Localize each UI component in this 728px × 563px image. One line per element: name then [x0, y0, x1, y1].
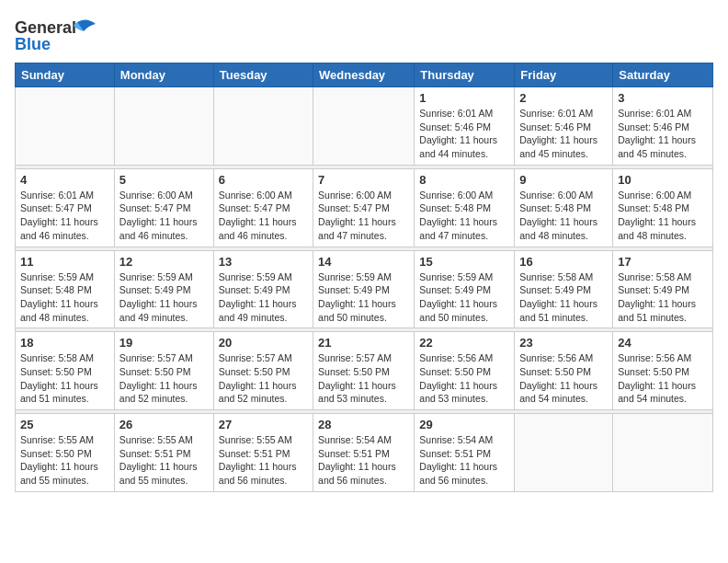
day-number: 9	[519, 173, 608, 187]
day-number: 28	[318, 418, 409, 431]
calendar-cell: 15Sunrise: 5:59 AMSunset: 5:49 PMDayligh…	[415, 250, 515, 328]
day-number: 6	[219, 173, 308, 187]
calendar-cell: 5Sunrise: 6:00 AMSunset: 5:47 PMDaylight…	[114, 168, 213, 247]
calendar-cell: 25Sunrise: 5:55 AMSunset: 5:50 PMDayligh…	[16, 414, 115, 492]
calendar-cell: 10Sunrise: 6:00 AMSunset: 5:48 PMDayligh…	[613, 168, 713, 247]
calendar-cell: 19Sunrise: 5:57 AMSunset: 5:50 PMDayligh…	[114, 332, 213, 410]
week-row-3: 11Sunrise: 5:59 AMSunset: 5:48 PMDayligh…	[16, 250, 713, 328]
calendar-cell: 8Sunrise: 6:00 AMSunset: 5:48 PMDaylight…	[415, 168, 515, 247]
day-info: Sunrise: 5:55 AMSunset: 5:50 PMDaylight:…	[20, 433, 109, 488]
day-info: Sunrise: 6:01 AMSunset: 5:46 PMDaylight:…	[519, 107, 608, 161]
day-info: Sunrise: 6:00 AMSunset: 5:47 PMDaylight:…	[119, 189, 209, 243]
day-info: Sunrise: 6:00 AMSunset: 5:47 PMDaylight:…	[318, 189, 409, 243]
day-info: Sunrise: 5:54 AMSunset: 5:51 PMDaylight:…	[318, 433, 409, 488]
day-info: Sunrise: 5:55 AMSunset: 5:51 PMDaylight:…	[219, 433, 308, 488]
calendar-cell: 6Sunrise: 6:00 AMSunset: 5:47 PMDaylight…	[213, 168, 313, 247]
calendar-cell: 1Sunrise: 6:01 AMSunset: 5:46 PMDaylight…	[415, 87, 515, 166]
column-header-monday: Monday	[114, 63, 213, 87]
day-info: Sunrise: 5:55 AMSunset: 5:51 PMDaylight:…	[119, 433, 209, 488]
day-number: 1	[419, 91, 509, 105]
day-info: Sunrise: 6:00 AMSunset: 5:48 PMDaylight:…	[419, 189, 509, 243]
calendar-cell: 22Sunrise: 5:56 AMSunset: 5:50 PMDayligh…	[415, 332, 515, 410]
day-info: Sunrise: 5:57 AMSunset: 5:50 PMDaylight:…	[318, 351, 409, 406]
calendar-cell: 2Sunrise: 6:01 AMSunset: 5:46 PMDaylight…	[515, 87, 613, 166]
calendar-cell: 24Sunrise: 5:56 AMSunset: 5:50 PMDayligh…	[613, 332, 713, 410]
day-number: 3	[618, 91, 708, 105]
calendar-cell: 18Sunrise: 5:58 AMSunset: 5:50 PMDayligh…	[16, 332, 115, 410]
calendar-table: SundayMondayTuesdayWednesdayThursdayFrid…	[15, 63, 713, 492]
day-number: 19	[119, 336, 209, 350]
day-number: 21	[318, 336, 409, 350]
week-row-5: 25Sunrise: 5:55 AMSunset: 5:50 PMDayligh…	[16, 414, 713, 492]
column-header-tuesday: Tuesday	[213, 63, 313, 87]
week-row-1: 1Sunrise: 6:01 AMSunset: 5:46 PMDaylight…	[16, 87, 713, 166]
week-row-4: 18Sunrise: 5:58 AMSunset: 5:50 PMDayligh…	[16, 332, 713, 410]
day-info: Sunrise: 5:56 AMSunset: 5:50 PMDaylight:…	[519, 351, 608, 406]
day-info: Sunrise: 5:58 AMSunset: 5:49 PMDaylight:…	[519, 270, 608, 325]
calendar-cell	[16, 87, 115, 166]
day-number: 7	[318, 173, 409, 187]
day-info: Sunrise: 5:58 AMSunset: 5:50 PMDaylight:…	[20, 351, 109, 406]
column-header-thursday: Thursday	[415, 63, 515, 87]
calendar-cell: 7Sunrise: 6:00 AMSunset: 5:47 PMDaylight…	[313, 168, 415, 247]
calendar-cell: 23Sunrise: 5:56 AMSunset: 5:50 PMDayligh…	[515, 332, 613, 410]
day-number: 5	[119, 173, 209, 187]
day-number: 23	[519, 336, 608, 350]
day-number: 4	[20, 173, 109, 187]
day-number: 24	[618, 336, 708, 350]
calendar-cell: 28Sunrise: 5:54 AMSunset: 5:51 PMDayligh…	[313, 414, 415, 492]
calendar-cell	[515, 414, 613, 492]
day-number: 25	[20, 418, 109, 431]
day-info: Sunrise: 5:58 AMSunset: 5:49 PMDaylight:…	[618, 270, 708, 325]
day-info: Sunrise: 6:00 AMSunset: 5:47 PMDaylight:…	[219, 189, 308, 243]
day-number: 12	[119, 255, 209, 269]
calendar-cell: 4Sunrise: 6:01 AMSunset: 5:47 PMDaylight…	[16, 168, 115, 247]
calendar-cell: 14Sunrise: 5:59 AMSunset: 5:49 PMDayligh…	[313, 250, 415, 328]
svg-text:Blue: Blue	[15, 35, 51, 53]
day-number: 10	[618, 173, 708, 187]
day-info: Sunrise: 5:59 AMSunset: 5:49 PMDaylight:…	[119, 270, 209, 325]
day-info: Sunrise: 5:59 AMSunset: 5:49 PMDaylight:…	[318, 270, 409, 325]
calendar-cell: 9Sunrise: 6:00 AMSunset: 5:48 PMDaylight…	[515, 168, 613, 247]
calendar-cell: 3Sunrise: 6:01 AMSunset: 5:46 PMDaylight…	[613, 87, 713, 166]
column-header-friday: Friday	[515, 63, 613, 87]
logo: General Blue	[15, 15, 97, 55]
calendar-header-row: SundayMondayTuesdayWednesdayThursdayFrid…	[16, 63, 713, 87]
calendar-cell	[213, 87, 313, 166]
day-info: Sunrise: 5:59 AMSunset: 5:48 PMDaylight:…	[20, 270, 109, 325]
column-header-wednesday: Wednesday	[313, 63, 415, 87]
day-info: Sunrise: 5:54 AMSunset: 5:51 PMDaylight:…	[419, 433, 509, 488]
day-number: 17	[618, 255, 708, 269]
day-number: 16	[519, 255, 608, 269]
day-number: 20	[219, 336, 308, 350]
calendar-cell: 17Sunrise: 5:58 AMSunset: 5:49 PMDayligh…	[613, 250, 713, 328]
calendar-cell	[313, 87, 415, 166]
day-info: Sunrise: 5:59 AMSunset: 5:49 PMDaylight:…	[219, 270, 308, 325]
day-number: 2	[519, 91, 608, 105]
calendar-cell: 21Sunrise: 5:57 AMSunset: 5:50 PMDayligh…	[313, 332, 415, 410]
day-info: Sunrise: 6:00 AMSunset: 5:48 PMDaylight:…	[519, 189, 608, 243]
calendar-cell: 27Sunrise: 5:55 AMSunset: 5:51 PMDayligh…	[213, 414, 313, 492]
day-info: Sunrise: 5:59 AMSunset: 5:49 PMDaylight:…	[419, 270, 509, 325]
day-number: 26	[119, 418, 209, 431]
calendar-cell: 16Sunrise: 5:58 AMSunset: 5:49 PMDayligh…	[515, 250, 613, 328]
logo-svg: General Blue	[15, 15, 97, 55]
svg-text:General: General	[15, 18, 76, 37]
day-number: 18	[20, 336, 109, 350]
day-number: 22	[419, 336, 509, 350]
day-number: 14	[318, 255, 409, 269]
day-number: 27	[219, 418, 308, 431]
calendar-cell	[114, 87, 213, 166]
day-info: Sunrise: 5:56 AMSunset: 5:50 PMDaylight:…	[419, 351, 509, 406]
day-info: Sunrise: 6:00 AMSunset: 5:48 PMDaylight:…	[618, 189, 708, 243]
calendar-cell: 13Sunrise: 5:59 AMSunset: 5:49 PMDayligh…	[213, 250, 313, 328]
column-header-saturday: Saturday	[613, 63, 713, 87]
day-info: Sunrise: 5:56 AMSunset: 5:50 PMDaylight:…	[618, 351, 708, 406]
day-info: Sunrise: 5:57 AMSunset: 5:50 PMDaylight:…	[119, 351, 209, 406]
day-number: 11	[20, 255, 109, 269]
day-number: 29	[419, 418, 509, 431]
week-row-2: 4Sunrise: 6:01 AMSunset: 5:47 PMDaylight…	[16, 168, 713, 247]
calendar-cell: 26Sunrise: 5:55 AMSunset: 5:51 PMDayligh…	[114, 414, 213, 492]
day-number: 15	[419, 255, 509, 269]
calendar-cell	[613, 414, 713, 492]
